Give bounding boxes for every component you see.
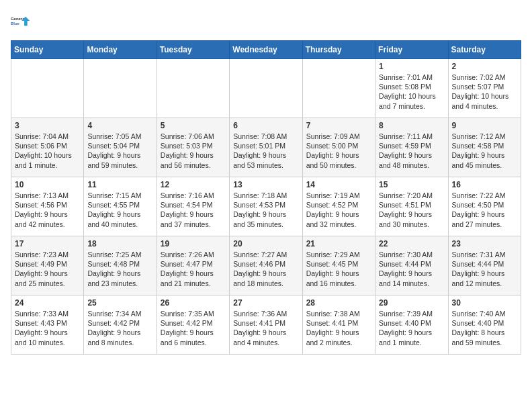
- weekday-header-row: SundayMondayTuesdayWednesdayThursdayFrid…: [11, 41, 521, 59]
- day-number: 22: [379, 239, 444, 248]
- day-info: Sunrise: 7:30 AM Sunset: 4:44 PM Dayligh…: [379, 250, 444, 288]
- day-number: 20: [233, 239, 298, 248]
- calendar-cell: 1Sunrise: 7:01 AM Sunset: 5:08 PM Daylig…: [375, 59, 448, 118]
- weekday-header: Tuesday: [157, 41, 229, 59]
- day-number: 7: [306, 121, 371, 130]
- day-info: Sunrise: 7:26 AM Sunset: 4:47 PM Dayligh…: [161, 250, 226, 288]
- day-number: 13: [233, 180, 298, 189]
- day-info: Sunrise: 7:29 AM Sunset: 4:45 PM Dayligh…: [306, 250, 371, 288]
- day-number: 24: [15, 298, 80, 308]
- day-number: 17: [15, 239, 80, 248]
- calendar-cell: [84, 59, 157, 118]
- day-info: Sunrise: 7:09 AM Sunset: 5:00 PM Dayligh…: [306, 132, 371, 170]
- day-number: 3: [15, 121, 80, 130]
- weekday-header: Thursday: [302, 41, 375, 59]
- calendar-week-row: 1Sunrise: 7:01 AM Sunset: 5:08 PM Daylig…: [11, 59, 521, 118]
- calendar-cell: [230, 59, 302, 118]
- day-info: Sunrise: 7:04 AM Sunset: 5:06 PM Dayligh…: [15, 132, 80, 170]
- calendar-cell: 13Sunrise: 7:18 AM Sunset: 4:53 PM Dayli…: [230, 177, 302, 236]
- calendar-week-row: 17Sunrise: 7:23 AM Sunset: 4:49 PM Dayli…: [11, 236, 521, 295]
- day-number: 30: [452, 298, 517, 308]
- day-number: 23: [452, 239, 517, 248]
- calendar-cell: 3Sunrise: 7:04 AM Sunset: 5:06 PM Daylig…: [11, 118, 84, 177]
- calendar-cell: 22Sunrise: 7:30 AM Sunset: 4:44 PM Dayli…: [375, 236, 448, 295]
- calendar-cell: 25Sunrise: 7:34 AM Sunset: 4:42 PM Dayli…: [84, 295, 157, 355]
- day-number: 16: [452, 180, 517, 189]
- weekday-header: Monday: [84, 41, 157, 59]
- day-info: Sunrise: 7:27 AM Sunset: 4:46 PM Dayligh…: [233, 250, 298, 288]
- calendar-cell: [11, 59, 84, 118]
- day-info: Sunrise: 7:12 AM Sunset: 4:58 PM Dayligh…: [452, 132, 517, 170]
- page-header: GeneralBlue: [11, 11, 521, 32]
- day-info: Sunrise: 7:25 AM Sunset: 4:48 PM Dayligh…: [87, 250, 152, 288]
- day-number: 4: [87, 121, 152, 130]
- calendar-cell: 14Sunrise: 7:19 AM Sunset: 4:52 PM Dayli…: [302, 177, 375, 236]
- day-info: Sunrise: 7:35 AM Sunset: 4:42 PM Dayligh…: [161, 309, 226, 347]
- day-number: 1: [379, 62, 444, 71]
- calendar-cell: 18Sunrise: 7:25 AM Sunset: 4:48 PM Dayli…: [84, 236, 157, 295]
- day-number: 18: [87, 239, 152, 248]
- calendar-cell: 17Sunrise: 7:23 AM Sunset: 4:49 PM Dayli…: [11, 236, 84, 295]
- day-info: Sunrise: 7:08 AM Sunset: 5:01 PM Dayligh…: [233, 132, 298, 170]
- calendar-cell: 9Sunrise: 7:12 AM Sunset: 4:58 PM Daylig…: [448, 118, 521, 177]
- day-info: Sunrise: 7:20 AM Sunset: 4:51 PM Dayligh…: [379, 191, 444, 229]
- day-info: Sunrise: 7:38 AM Sunset: 4:41 PM Dayligh…: [306, 309, 371, 347]
- calendar-cell: 29Sunrise: 7:39 AM Sunset: 4:40 PM Dayli…: [375, 295, 448, 355]
- day-info: Sunrise: 7:18 AM Sunset: 4:53 PM Dayligh…: [233, 191, 298, 229]
- calendar-week-row: 10Sunrise: 7:13 AM Sunset: 4:56 PM Dayli…: [11, 177, 521, 236]
- weekday-header: Saturday: [448, 41, 521, 59]
- day-number: 28: [306, 298, 371, 308]
- calendar-table: SundayMondayTuesdayWednesdayThursdayFrid…: [11, 40, 521, 355]
- day-info: Sunrise: 7:23 AM Sunset: 4:49 PM Dayligh…: [15, 250, 80, 288]
- day-info: Sunrise: 7:19 AM Sunset: 4:52 PM Dayligh…: [306, 191, 371, 229]
- calendar-cell: 21Sunrise: 7:29 AM Sunset: 4:45 PM Dayli…: [302, 236, 375, 295]
- weekday-header: Friday: [375, 41, 448, 59]
- calendar-cell: [157, 59, 229, 118]
- calendar-cell: 19Sunrise: 7:26 AM Sunset: 4:47 PM Dayli…: [157, 236, 229, 295]
- day-number: 9: [452, 121, 517, 130]
- calendar-cell: 24Sunrise: 7:33 AM Sunset: 4:43 PM Dayli…: [11, 295, 84, 355]
- day-number: 25: [87, 298, 152, 308]
- calendar-cell: 7Sunrise: 7:09 AM Sunset: 5:00 PM Daylig…: [302, 118, 375, 177]
- day-number: 2: [452, 62, 517, 71]
- day-number: 26: [161, 298, 226, 308]
- day-info: Sunrise: 7:05 AM Sunset: 5:04 PM Dayligh…: [87, 132, 152, 170]
- day-number: 8: [379, 121, 444, 130]
- day-info: Sunrise: 7:06 AM Sunset: 5:03 PM Dayligh…: [161, 132, 226, 170]
- calendar-cell: 26Sunrise: 7:35 AM Sunset: 4:42 PM Dayli…: [157, 295, 229, 355]
- calendar-cell: 2Sunrise: 7:02 AM Sunset: 5:07 PM Daylig…: [448, 59, 521, 118]
- calendar-cell: 8Sunrise: 7:11 AM Sunset: 4:59 PM Daylig…: [375, 118, 448, 177]
- calendar-week-row: 3Sunrise: 7:04 AM Sunset: 5:06 PM Daylig…: [11, 118, 521, 177]
- calendar-cell: 30Sunrise: 7:40 AM Sunset: 4:40 PM Dayli…: [448, 295, 521, 355]
- calendar-cell: 16Sunrise: 7:22 AM Sunset: 4:50 PM Dayli…: [448, 177, 521, 236]
- calendar-cell: 6Sunrise: 7:08 AM Sunset: 5:01 PM Daylig…: [230, 118, 302, 177]
- calendar-cell: 4Sunrise: 7:05 AM Sunset: 5:04 PM Daylig…: [84, 118, 157, 177]
- calendar-cell: 28Sunrise: 7:38 AM Sunset: 4:41 PM Dayli…: [302, 295, 375, 355]
- calendar-week-row: 24Sunrise: 7:33 AM Sunset: 4:43 PM Dayli…: [11, 295, 521, 355]
- day-number: 11: [87, 180, 152, 189]
- day-number: 19: [161, 239, 226, 248]
- logo-icon: GeneralBlue: [11, 11, 32, 32]
- day-number: 21: [306, 239, 371, 248]
- day-info: Sunrise: 7:40 AM Sunset: 4:40 PM Dayligh…: [452, 309, 517, 347]
- day-number: 5: [161, 121, 226, 130]
- calendar-cell: 11Sunrise: 7:15 AM Sunset: 4:55 PM Dayli…: [84, 177, 157, 236]
- day-info: Sunrise: 7:01 AM Sunset: 5:08 PM Dayligh…: [379, 73, 444, 111]
- calendar-cell: 27Sunrise: 7:36 AM Sunset: 4:41 PM Dayli…: [230, 295, 302, 355]
- day-info: Sunrise: 7:13 AM Sunset: 4:56 PM Dayligh…: [15, 191, 80, 229]
- day-number: 29: [379, 298, 444, 308]
- day-number: 10: [15, 180, 80, 189]
- day-number: 12: [161, 180, 226, 189]
- day-info: Sunrise: 7:34 AM Sunset: 4:42 PM Dayligh…: [87, 309, 152, 347]
- calendar-cell: 12Sunrise: 7:16 AM Sunset: 4:54 PM Dayli…: [157, 177, 229, 236]
- day-info: Sunrise: 7:33 AM Sunset: 4:43 PM Dayligh…: [15, 309, 80, 347]
- day-info: Sunrise: 7:39 AM Sunset: 4:40 PM Dayligh…: [379, 309, 444, 347]
- calendar-cell: 10Sunrise: 7:13 AM Sunset: 4:56 PM Dayli…: [11, 177, 84, 236]
- day-info: Sunrise: 7:36 AM Sunset: 4:41 PM Dayligh…: [233, 309, 298, 347]
- weekday-header: Wednesday: [230, 41, 302, 59]
- calendar-cell: [302, 59, 375, 118]
- day-number: 14: [306, 180, 371, 189]
- day-info: Sunrise: 7:31 AM Sunset: 4:44 PM Dayligh…: [452, 250, 517, 288]
- day-info: Sunrise: 7:22 AM Sunset: 4:50 PM Dayligh…: [452, 191, 517, 229]
- calendar-cell: 20Sunrise: 7:27 AM Sunset: 4:46 PM Dayli…: [230, 236, 302, 295]
